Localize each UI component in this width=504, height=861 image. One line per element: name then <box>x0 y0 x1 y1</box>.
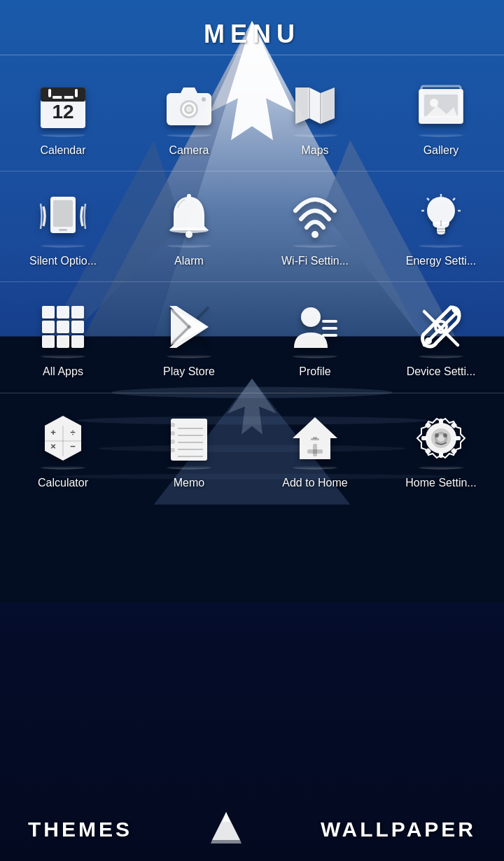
app-memo[interactable]: Memo <box>126 400 252 496</box>
svg-rect-57 <box>57 306 69 318</box>
all-apps-label: All Apps <box>43 365 83 378</box>
svg-rect-90 <box>169 448 175 452</box>
app-energy[interactable]: Energy Setti... <box>378 178 504 274</box>
gallery-icon <box>413 78 469 134</box>
play-store-label: Play Store <box>163 365 215 378</box>
svg-rect-21 <box>75 89 78 97</box>
wallpaper-button[interactable]: WALLPAPER <box>321 818 476 841</box>
maps-label: Maps <box>301 144 328 157</box>
all-apps-icon <box>35 299 91 355</box>
app-gallery[interactable]: Gallery <box>378 68 504 164</box>
svg-rect-61 <box>71 321 84 333</box>
top-divider <box>0 55 504 55</box>
svg-rect-100 <box>311 438 319 440</box>
svg-rect-42 <box>59 229 67 231</box>
energy-icon <box>413 188 469 244</box>
apps-row-4: + ÷ × − Calculator <box>0 393 504 503</box>
app-camera[interactable]: Camera <box>126 68 252 164</box>
silent-label: Silent Optio... <box>29 254 97 267</box>
camera-icon <box>161 78 217 134</box>
svg-text:▬ ▬: ▬ ▬ <box>52 90 74 101</box>
wifi-icon <box>287 188 343 244</box>
svg-rect-106 <box>421 436 427 440</box>
svg-point-44 <box>186 231 192 238</box>
apps-row-1: ▬ ▬ 12 Calendar <box>0 61 504 171</box>
app-calculator[interactable]: + ÷ × − Calculator <box>0 400 126 496</box>
svg-line-53 <box>427 198 429 200</box>
alarm-label: Alarm <box>174 254 204 267</box>
silent-icon <box>35 188 91 244</box>
app-maps[interactable]: Maps <box>252 68 378 164</box>
add-to-home-icon <box>287 410 343 466</box>
svg-text:+: + <box>50 427 56 438</box>
svg-point-27 <box>186 106 192 112</box>
home-settings-label: Home Settin... <box>405 476 476 489</box>
svg-rect-62 <box>42 335 55 348</box>
app-silent[interactable]: Silent Optio... <box>0 178 126 274</box>
home-settings-icon <box>413 410 469 466</box>
svg-rect-107 <box>455 436 461 440</box>
app-calendar[interactable]: ▬ ▬ 12 Calendar <box>0 68 126 164</box>
play-store-icon <box>161 299 217 355</box>
calendar-icon: ▬ ▬ 12 <box>35 78 91 134</box>
camera-label: Camera <box>169 144 209 157</box>
svg-rect-58 <box>71 306 84 318</box>
svg-rect-64 <box>71 335 84 348</box>
gallery-label: Gallery <box>424 144 459 157</box>
calendar-label: Calendar <box>41 144 86 157</box>
svg-rect-89 <box>169 440 175 444</box>
svg-text:12: 12 <box>52 101 74 122</box>
svg-text:×: × <box>50 441 56 451</box>
svg-rect-88 <box>169 431 175 435</box>
svg-point-71 <box>301 307 321 327</box>
svg-line-52 <box>453 198 455 200</box>
device-settings-icon <box>413 299 469 355</box>
svg-rect-45 <box>187 194 191 198</box>
memo-icon <box>161 410 217 466</box>
app-wifi[interactable]: Wi-Fi Settin... <box>252 178 378 274</box>
svg-point-114 <box>435 433 439 438</box>
app-device-settings[interactable]: Device Setti... <box>378 289 504 385</box>
fuji-icon <box>205 808 247 850</box>
svg-rect-98 <box>307 449 323 454</box>
page-title: MENU <box>204 20 300 49</box>
calculator-icon: + ÷ × − <box>35 410 91 466</box>
app-play-store[interactable]: Play Store <box>126 289 252 385</box>
svg-rect-87 <box>169 423 175 427</box>
svg-rect-41 <box>53 200 73 227</box>
svg-marker-32 <box>295 88 308 124</box>
svg-rect-104 <box>439 419 443 424</box>
energy-label: Energy Setti... <box>406 254 477 267</box>
apps-row-2: Silent Optio... Alarm <box>0 172 504 281</box>
calculator-label: Calculator <box>38 476 88 489</box>
svg-rect-63 <box>57 335 69 348</box>
svg-rect-56 <box>42 306 55 318</box>
app-alarm[interactable]: Alarm <box>126 178 252 274</box>
maps-icon <box>287 78 343 134</box>
app-home-settings[interactable]: Home Settin... <box>378 400 504 496</box>
svg-rect-105 <box>439 452 443 458</box>
svg-rect-20 <box>48 89 51 97</box>
app-profile[interactable]: Profile <box>252 289 378 385</box>
app-add-to-home[interactable]: Add to Home <box>252 400 378 496</box>
wifi-label: Wi-Fi Settin... <box>281 254 349 267</box>
svg-point-115 <box>443 433 447 438</box>
themes-button[interactable]: THEMES <box>28 818 132 841</box>
svg-rect-60 <box>57 321 69 333</box>
memo-label: Memo <box>174 476 204 489</box>
device-settings-label: Device Setti... <box>407 365 476 378</box>
svg-marker-118 <box>211 840 241 844</box>
apps-row-3: All Apps Play Store <box>0 282 504 392</box>
svg-marker-23 <box>181 88 197 93</box>
profile-label: Profile <box>299 365 330 378</box>
app-all-apps[interactable]: All Apps <box>0 289 126 385</box>
svg-rect-59 <box>42 321 55 333</box>
svg-text:÷: ÷ <box>70 427 75 438</box>
bottom-bar: THEMES WALLPAPER <box>0 798 504 861</box>
svg-rect-86 <box>171 419 207 461</box>
svg-point-46 <box>312 231 318 238</box>
svg-point-28 <box>202 97 206 102</box>
svg-marker-33 <box>322 88 335 124</box>
add-to-home-label: Add to Home <box>282 476 347 489</box>
profile-icon <box>287 299 343 355</box>
